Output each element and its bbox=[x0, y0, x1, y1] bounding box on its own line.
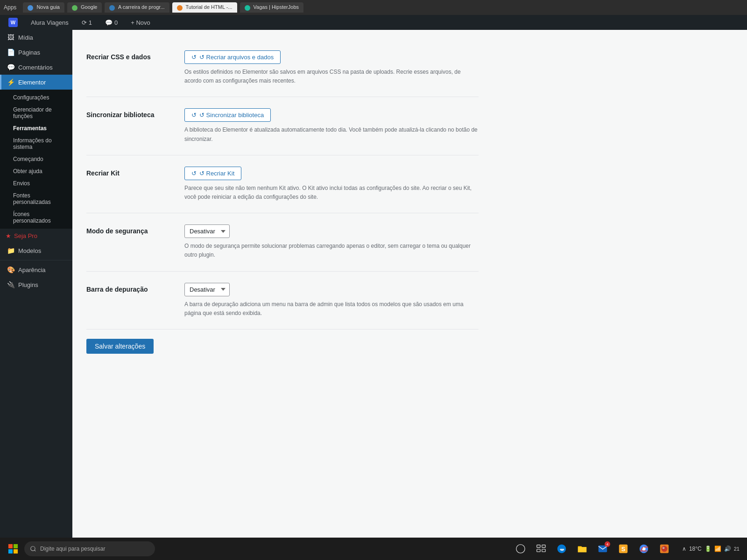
taskbar-icon-chrome[interactable] bbox=[635, 540, 652, 557]
recriar-css-label: Recriar CSS e dados bbox=[86, 50, 170, 61]
site-name-label: Alura Viagens bbox=[31, 19, 69, 26]
windows-logo-icon bbox=[8, 544, 18, 554]
sidebar-item-elementor[interactable]: ⚡ Elementor bbox=[0, 75, 72, 90]
taskbar-icon-edge[interactable] bbox=[553, 540, 570, 557]
svg-rect-0 bbox=[8, 544, 13, 548]
tab-favicon-nova bbox=[28, 5, 33, 11]
sidebar-sub-fontes[interactable]: Fontes personalizadas bbox=[0, 189, 72, 208]
svg-rect-10 bbox=[542, 549, 545, 552]
content-inner: Recriar CSS e dados ↺ ↺ Recriar arquivos… bbox=[72, 30, 493, 372]
taskview-icon bbox=[515, 544, 526, 554]
comentarios-icon: 💬 bbox=[7, 63, 14, 71]
aparencia-label: Aparência bbox=[18, 266, 46, 273]
search-icon bbox=[30, 546, 36, 552]
start-button[interactable] bbox=[4, 539, 22, 558]
tray-arrow[interactable]: ∧ bbox=[682, 546, 686, 552]
barra-depuracao-control: Desativar Ativar A barra de depuração ad… bbox=[184, 283, 479, 318]
volume-icon[interactable]: 🔊 bbox=[724, 546, 731, 552]
taskbar-icon-explorer[interactable] bbox=[574, 540, 591, 557]
sidebar-separator-1 bbox=[0, 260, 72, 260]
sidebar-item-paginas[interactable]: 📄 Páginas bbox=[0, 45, 72, 60]
adminbar-wp-logo[interactable]: W bbox=[6, 15, 21, 30]
save-button[interactable]: Salvar alterações bbox=[86, 339, 154, 354]
sidebar-paginas-label: Páginas bbox=[18, 49, 40, 56]
settings-row-modo-seguranca: Modo de segurança Desativar Ativar O mod… bbox=[86, 213, 479, 271]
browser-tab-nova-guia[interactable]: Nova guia bbox=[23, 2, 64, 12]
sidebar-sub-envios[interactable]: Envios bbox=[0, 177, 72, 189]
modo-seguranca-description: O modo de segurança permite solucionar p… bbox=[184, 242, 479, 259]
wp-main-layout: 🖼 Mídia 📄 Páginas 💬 Comentários ⚡ Elemen… bbox=[0, 30, 747, 538]
browser-tab-html[interactable]: Tutorial de HTML -... bbox=[172, 2, 237, 12]
taskbar-icon-game[interactable] bbox=[656, 540, 673, 557]
sincronizar-button[interactable]: ↺ ↺ Sincronizar biblioteca bbox=[184, 108, 271, 122]
browser-tab-google[interactable]: Google bbox=[67, 2, 102, 12]
sidebar-elementor-label: Elementor bbox=[18, 79, 46, 86]
sidebar-item-midia[interactable]: 🖼 Mídia bbox=[0, 30, 72, 45]
sidebar-item-plugins[interactable]: 🔌 Plugins bbox=[0, 277, 72, 292]
svg-rect-8 bbox=[542, 545, 545, 548]
browser-tab-carreira[interactable]: A carreira de progr... bbox=[105, 2, 169, 12]
seja-pro-label: Seja Pro bbox=[14, 232, 37, 239]
sidebar-sub-icones[interactable]: Ícones personalizados bbox=[0, 208, 72, 227]
apps-label[interactable]: Apps bbox=[4, 4, 16, 11]
sidebar-item-aparencia[interactable]: 🎨 Aparência bbox=[0, 262, 72, 277]
midia-icon: 🖼 bbox=[7, 34, 14, 41]
sidebar-sub-configuracoes[interactable]: Configurações bbox=[0, 91, 72, 104]
modo-seguranca-select[interactable]: Desativar Ativar bbox=[184, 224, 230, 238]
recriar-css-button[interactable]: ↺ ↺ Recriar arquivos e dados bbox=[184, 50, 281, 64]
taskbar-icon-mail[interactable]: 4 bbox=[594, 540, 611, 557]
sidebar-sub-comecando[interactable]: Começando bbox=[0, 153, 72, 165]
temperature-label: 18°C bbox=[689, 546, 702, 552]
ferramentas-label: Ferramentas bbox=[13, 125, 47, 132]
sidebar-sub-ferramentas[interactable]: Ferramentas bbox=[0, 122, 72, 134]
taskbar-icon-taskview[interactable] bbox=[512, 540, 529, 557]
adminbar-updates[interactable]: ⟳ 1 bbox=[79, 15, 95, 30]
windows-taskbar: Digite aqui para pesquisar bbox=[0, 538, 747, 560]
modelos-label: Modelos bbox=[18, 247, 41, 254]
modo-seguranca-label: Modo de segurança bbox=[86, 224, 170, 235]
obter-ajuda-label: Obter ajuda bbox=[13, 168, 42, 175]
taskbar-search[interactable]: Digite aqui para pesquisar bbox=[24, 541, 155, 556]
save-section: Salvar alterações bbox=[86, 329, 479, 363]
sidebar-item-seja-pro[interactable]: ★ Seja Pro bbox=[0, 229, 72, 243]
browser-tab-vagas[interactable]: Vagas | HipsterJobs bbox=[240, 2, 303, 12]
envios-label: Envios bbox=[13, 180, 30, 187]
taskbar-icon-sublime[interactable]: S bbox=[615, 540, 632, 557]
sidebar-sub-informacoes[interactable]: Informações do sistema bbox=[0, 134, 72, 153]
adminbar-comments[interactable]: 💬 0 bbox=[102, 15, 120, 30]
clock-display[interactable]: 21 bbox=[734, 546, 740, 552]
icones-label: Ícones personalizados bbox=[13, 211, 51, 224]
adminbar-site-name[interactable]: Alura Viagens bbox=[28, 15, 71, 30]
sincronizar-description: A biblioteca do Elementor é atualizada a… bbox=[184, 126, 479, 143]
barra-depuracao-description: A barra de depuração adiciona um menu na… bbox=[184, 300, 479, 318]
switcher-icon bbox=[536, 544, 546, 554]
wp-content-area: Recriar CSS e dados ↺ ↺ Recriar arquivos… bbox=[72, 30, 747, 538]
elementor-submenu: Configurações Gerenciador de funções Fer… bbox=[0, 90, 72, 229]
tab-favicon-vagas bbox=[245, 5, 250, 11]
sincronizar-control: ↺ ↺ Sincronizar biblioteca A biblioteca … bbox=[184, 108, 479, 143]
modelos-icon: 📁 bbox=[7, 247, 14, 254]
svg-point-6 bbox=[516, 545, 525, 553]
recriar-kit-button[interactable]: ↺ ↺ Recriar Kit bbox=[184, 167, 241, 180]
svg-point-19 bbox=[663, 547, 664, 548]
edge-icon bbox=[557, 544, 567, 554]
sync-icon-kit: ↺ bbox=[191, 170, 197, 177]
tab-favicon-html bbox=[177, 5, 183, 11]
modo-seguranca-control: Desativar Ativar O modo de segurança per… bbox=[184, 224, 479, 259]
svg-rect-1 bbox=[14, 544, 18, 548]
sidebar-item-comentarios[interactable]: 💬 Comentários bbox=[0, 60, 72, 75]
battery-icon: 🔋 bbox=[705, 546, 712, 552]
mail-badge: 4 bbox=[605, 541, 610, 547]
barra-depuracao-select[interactable]: Desativar Ativar bbox=[184, 283, 230, 296]
sidebar-sub-gerenciador[interactable]: Gerenciador de funções bbox=[0, 104, 72, 122]
system-tray: ∧ 18°C 🔋 📶 🔊 21 bbox=[678, 546, 743, 552]
taskbar-icon-switcher[interactable] bbox=[533, 540, 550, 557]
wifi-icon: 📶 bbox=[714, 546, 721, 552]
sidebar-sub-obter-ajuda[interactable]: Obter ajuda bbox=[0, 165, 72, 177]
adminbar-new[interactable]: + Novo bbox=[128, 15, 153, 30]
wp-adminbar: W Alura Viagens ⟳ 1 💬 0 + Novo bbox=[0, 15, 747, 30]
sync-icon-bib: ↺ bbox=[191, 112, 197, 119]
sidebar-item-modelos[interactable]: 📁 Modelos bbox=[0, 243, 72, 258]
sync-icon-css: ↺ bbox=[191, 54, 197, 61]
explorer-icon bbox=[577, 544, 587, 554]
